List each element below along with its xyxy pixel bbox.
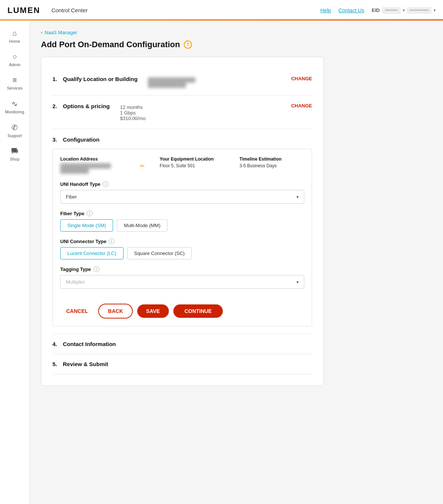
equipment-location-label: Your Equipment Location xyxy=(160,156,224,162)
breadcrumb: ‹ NaaS Manager xyxy=(41,30,432,35)
nav-title: Control Center xyxy=(51,7,88,13)
tagging-type-label-text: Tagging Type xyxy=(60,266,91,272)
edit-pencil-icon[interactable]: ✏ xyxy=(140,162,145,169)
step2-row: 2. Options & pricing 12 months 1 Gbps $3… xyxy=(52,103,312,121)
page-info-icon[interactable]: ? xyxy=(184,41,192,49)
uni-handoff-selected: Fiber xyxy=(66,194,77,200)
step2-change-button[interactable]: CHANGE xyxy=(291,103,312,109)
sidebar-item-home[interactable]: ⌂ Home xyxy=(0,25,29,48)
step1-row: 1. Qualify Location or Building ████████… xyxy=(52,76,312,88)
step3-header: 3. Configuration xyxy=(52,136,312,143)
tagging-type-group: Tagging Type i Multiplex ▾ xyxy=(60,266,304,289)
eid-chevron-icon[interactable]: ▾ xyxy=(403,8,405,12)
tagging-chevron-icon: ▾ xyxy=(296,280,299,285)
monitoring-icon: ∿ xyxy=(12,99,18,108)
equipment-location-value: Floor 5, Suite 501 xyxy=(160,163,224,168)
step1-change-button[interactable]: CHANGE xyxy=(291,76,312,81)
connector-type-info-icon[interactable]: i xyxy=(109,238,115,244)
page-title-text: Add Port On-Demand Configuration xyxy=(41,40,180,49)
breadcrumb-naas-link[interactable]: NaaS Manager xyxy=(45,30,77,35)
step2-detail3: $310.00/mo xyxy=(120,116,146,121)
location-address-label: Location Address xyxy=(60,156,125,162)
step2-detail2: 1 Gbps xyxy=(120,110,146,116)
step4-section: 4. Contact Information xyxy=(52,334,312,354)
connector-type-group: UNI Connector Type i Lucent Connector (L… xyxy=(60,238,304,259)
config-inner-box: Location Address ███████████████████████… xyxy=(52,149,312,326)
uni-handoff-label: UNI Handoff Type i xyxy=(60,181,304,187)
connector-sc-button[interactable]: Square Connector (SC) xyxy=(127,247,192,259)
sidebar-label-services: Services xyxy=(7,86,22,90)
step4-title: Contact Information xyxy=(63,341,312,347)
connector-lc-button[interactable]: Lucent Connector (LC) xyxy=(60,247,123,259)
uni-handoff-group: UNI Handoff Type i Fiber ▾ xyxy=(60,181,304,204)
continue-button[interactable]: CONTINUE xyxy=(173,304,223,318)
step1-number: 1. xyxy=(52,76,60,82)
tagging-type-dropdown[interactable]: Multiplex ▾ xyxy=(60,275,304,289)
services-icon: ≡ xyxy=(13,76,17,84)
step3-number: 3. xyxy=(52,136,60,143)
home-icon: ⌂ xyxy=(12,29,17,38)
sidebar-item-support[interactable]: ✆ Support xyxy=(0,119,29,142)
step2-title: Options & pricing xyxy=(63,103,110,109)
sidebar-item-services[interactable]: ≡ Services xyxy=(0,71,29,95)
layout: ⌂ Home ○ Admin ≡ Services ∿ Monitoring ✆… xyxy=(0,21,443,504)
back-button[interactable]: BACK xyxy=(98,304,132,319)
connector-type-label-text: UNI Connector Type xyxy=(60,239,106,244)
top-navigation: LUMEN Control Center Help Contact Us EID… xyxy=(0,0,443,21)
sidebar-item-shop[interactable]: ⛟ Shop xyxy=(0,142,29,166)
main-content: ‹ NaaS Manager Add Port On-Demand Config… xyxy=(30,21,443,504)
tagging-selected: Multiplex xyxy=(66,279,85,285)
timeline-col: Timeline Estimation 3-5 Business Days xyxy=(240,156,304,174)
connector-type-label: UNI Connector Type i xyxy=(60,238,304,244)
uni-handoff-info-icon[interactable]: i xyxy=(103,181,109,187)
cancel-button[interactable]: CANCEL xyxy=(60,304,94,318)
sidebar-item-monitoring[interactable]: ∿ Monitoring xyxy=(0,95,29,119)
nav-right: Help Contact Us EID •••••••• ▾ •••••••••… xyxy=(320,7,436,14)
shop-icon: ⛟ xyxy=(11,147,19,155)
uni-handoff-chevron-icon: ▾ xyxy=(296,194,299,200)
edit-icon-cell: ✏ xyxy=(140,156,145,174)
step2-number: 2. xyxy=(52,103,60,109)
action-row: CANCEL BACK SAVE CONTINUE xyxy=(60,298,304,319)
timeline-label: Timeline Estimation xyxy=(240,156,304,162)
main-card: 1. Qualify Location or Building ████████… xyxy=(41,57,324,386)
location-address-value: █████████████████████████ xyxy=(60,163,125,174)
logo: LUMEN xyxy=(7,6,40,15)
step4-number: 4. xyxy=(52,341,60,347)
step5-number: 5. xyxy=(52,361,60,367)
step1-section: 1. Qualify Location or Building ████████… xyxy=(52,68,312,96)
fiber-type-label: Fiber Type i xyxy=(60,210,304,216)
fiber-sm-button[interactable]: Single Mode (SM) xyxy=(60,219,113,232)
fiber-mm-button[interactable]: Multi-Mode (MM) xyxy=(117,219,167,232)
save-button[interactable]: SAVE xyxy=(137,304,169,318)
step1-address: ███████████████████████████ xyxy=(148,77,196,88)
step2-details: 12 months 1 Gbps $310.00/mo xyxy=(120,104,146,121)
step5-header: 5. Review & Submit xyxy=(52,361,312,367)
admin-icon: ○ xyxy=(12,52,17,61)
fiber-type-info-icon[interactable]: i xyxy=(87,210,93,216)
fiber-type-group: Fiber Type i Single Mode (SM) Multi-Mode… xyxy=(60,210,304,232)
uni-handoff-dropdown[interactable]: Fiber ▾ xyxy=(60,190,304,204)
sidebar-label-monitoring: Monitoring xyxy=(5,110,24,114)
equipment-location-col: Your Equipment Location Floor 5, Suite 5… xyxy=(160,156,224,174)
user-chevron-icon[interactable]: ▾ xyxy=(434,8,436,12)
tagging-type-info-icon[interactable]: i xyxy=(93,266,99,272)
sidebar-label-shop: Shop xyxy=(10,157,20,161)
fiber-type-label-text: Fiber Type xyxy=(60,211,84,216)
sidebar: ⌂ Home ○ Admin ≡ Services ∿ Monitoring ✆… xyxy=(0,21,30,504)
fiber-type-toggle-group: Single Mode (SM) Multi-Mode (MM) xyxy=(60,219,304,232)
step5-title: Review & Submit xyxy=(63,361,312,367)
step1-title: Qualify Location or Building xyxy=(63,76,138,82)
contact-link[interactable]: Contact Us xyxy=(338,7,364,13)
location-row: Location Address ███████████████████████… xyxy=(60,156,304,174)
step2-section: 2. Options & pricing 12 months 1 Gbps $3… xyxy=(52,96,312,129)
sidebar-label-home: Home xyxy=(9,39,20,43)
step2-header: 2. Options & pricing xyxy=(52,103,110,109)
connector-type-toggle-group: Lucent Connector (LC) Square Connector (… xyxy=(60,247,304,259)
sidebar-item-admin[interactable]: ○ Admin xyxy=(0,48,29,71)
timeline-value: 3-5 Business Days xyxy=(240,163,304,168)
help-link[interactable]: Help xyxy=(320,7,331,13)
sidebar-label-support: Support xyxy=(7,133,22,138)
step4-header: 4. Contact Information xyxy=(52,341,312,347)
step2-detail1: 12 months xyxy=(120,104,146,110)
